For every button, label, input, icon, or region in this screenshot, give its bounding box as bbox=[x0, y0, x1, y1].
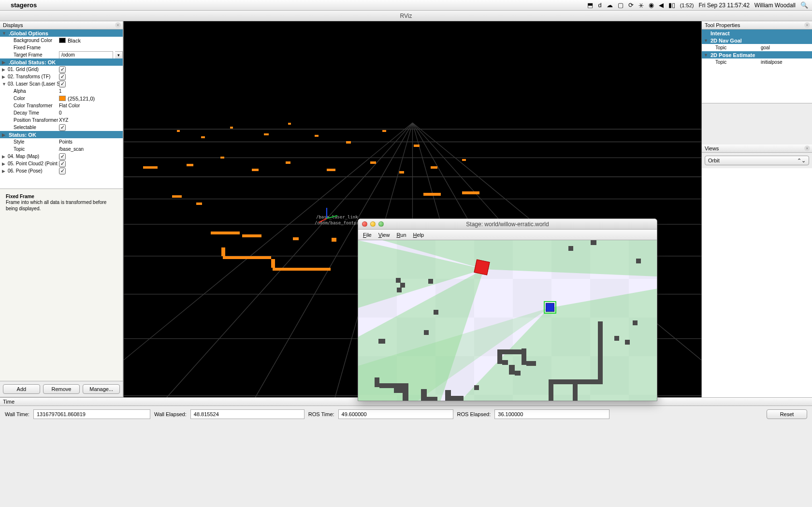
spotlight-icon[interactable]: 🔍 bbox=[800, 1, 808, 9]
color-row[interactable]: Color(255,121,0) bbox=[0, 95, 123, 102]
reset-button[interactable]: Reset bbox=[767, 409, 807, 419]
style-row[interactable]: StylePoints bbox=[0, 138, 123, 145]
laser-row[interactable]: ▼03. Laser Scan (Laser Sc✓ bbox=[0, 80, 123, 87]
wall-elapsed-field[interactable]: 48.815524 bbox=[190, 409, 304, 419]
global-status-label: .Global Status: OK bbox=[9, 59, 56, 65]
map-row[interactable]: ▶04. Map (Map)✓ bbox=[0, 153, 123, 160]
black-swatch bbox=[59, 38, 66, 43]
chat-icon[interactable]: ☁ bbox=[607, 1, 613, 9]
add-button[interactable]: Add bbox=[3, 384, 40, 394]
wall-time-label: Wall Time: bbox=[5, 411, 29, 417]
grid-label: 01. Grid (Grid) bbox=[7, 67, 59, 72]
manage-button[interactable]: Manage... bbox=[83, 384, 120, 394]
close-icon[interactable]: × bbox=[804, 145, 810, 151]
color-value: (255,121,0) bbox=[68, 96, 95, 101]
obstacle bbox=[375, 377, 379, 387]
d-icon[interactable]: d bbox=[598, 1, 601, 9]
style-value: Points bbox=[59, 139, 123, 145]
obstacle bbox=[598, 321, 603, 384]
laser-point bbox=[172, 195, 182, 198]
stage-menubar: File View Run Help bbox=[358, 230, 657, 240]
background-color-row[interactable]: Background ColorBlack bbox=[0, 37, 123, 44]
fixed-frame-row[interactable]: Fixed Frame bbox=[0, 44, 123, 51]
close-icon[interactable]: × bbox=[804, 22, 810, 28]
checkbox-icon[interactable]: ✓ bbox=[59, 160, 66, 167]
global-status-header[interactable]: ▶.Global Status: OK bbox=[0, 58, 123, 66]
user-name[interactable]: William Woodall bbox=[754, 2, 796, 9]
obstacle bbox=[434, 310, 438, 315]
decay-row[interactable]: Decay Time0 bbox=[0, 109, 123, 116]
tf-label: 02. Transforms (TF) bbox=[7, 74, 59, 79]
svg-line-21 bbox=[327, 216, 337, 218]
global-options-header[interactable]: ▼.Global Options bbox=[0, 29, 123, 37]
pc2-label: 05. Point Cloud2 (Point bbox=[7, 161, 59, 166]
ctrans-label: Color Transformer bbox=[7, 103, 59, 108]
wifi-icon[interactable]: ◉ bbox=[649, 1, 654, 9]
view-menu[interactable]: View bbox=[378, 232, 390, 238]
pose-est-header[interactable]: ▼2D Pose Estimate bbox=[702, 51, 812, 58]
target-frame-value[interactable]: /odom bbox=[59, 51, 113, 59]
topic-row[interactable]: Topic/base_scan bbox=[0, 145, 123, 153]
checkbox-icon[interactable]: ✓ bbox=[59, 81, 66, 87]
help-menu[interactable]: Help bbox=[413, 232, 424, 238]
checkbox-icon[interactable]: ✓ bbox=[59, 153, 66, 160]
dropbox-icon[interactable]: ⬒ bbox=[587, 1, 593, 9]
selectable-row[interactable]: Selectable✓ bbox=[0, 124, 123, 131]
wall-time-field[interactable]: 1316797061.860819 bbox=[33, 409, 150, 419]
nav-goal-header[interactable]: ▼2D Nav Goal bbox=[702, 37, 812, 44]
checkbox-icon[interactable]: ✓ bbox=[59, 73, 66, 80]
sync-icon[interactable]: ⟳ bbox=[628, 1, 634, 9]
obstacle bbox=[497, 354, 502, 364]
interact-header[interactable]: Interact bbox=[702, 29, 812, 37]
ptrans-value: XYZ bbox=[59, 117, 123, 123]
robot-red bbox=[474, 259, 490, 275]
laser-point bbox=[288, 123, 291, 125]
displays-tree[interactable]: ▼.Global Options Background ColorBlack F… bbox=[0, 29, 123, 189]
close-icon[interactable]: × bbox=[115, 22, 121, 28]
color-transformer-row[interactable]: Color TransformerFlat Color bbox=[0, 102, 123, 109]
bg-label: Background Color bbox=[7, 38, 59, 43]
obstacle bbox=[451, 396, 464, 401]
stage-titlebar[interactable]: Stage: world/willow-erratic.world bbox=[358, 219, 657, 230]
nav-topic-row[interactable]: Topicgoal bbox=[702, 44, 812, 51]
target-frame-row[interactable]: Target Frame/odom▾ bbox=[0, 51, 123, 58]
pose-topic-row[interactable]: Topicinitialpose bbox=[702, 58, 812, 66]
views-list[interactable] bbox=[702, 168, 812, 397]
display-icon[interactable]: ▢ bbox=[618, 1, 624, 9]
checkbox-icon[interactable]: ✓ bbox=[59, 124, 66, 131]
ctrans-value: Flat Color bbox=[59, 103, 123, 108]
laser-point bbox=[201, 136, 205, 138]
views-select[interactable]: Orbit ⌃⌄ bbox=[705, 156, 809, 165]
laser-point bbox=[399, 171, 404, 174]
tool-properties-tree[interactable]: Interact ▼2D Nav Goal Topicgoal ▼2D Pose… bbox=[702, 29, 812, 103]
pc2-row[interactable]: ▶05. Point Cloud2 (Point✓ bbox=[0, 160, 123, 167]
laser-point bbox=[431, 166, 437, 169]
clock[interactable]: Fri Sep 23 11:57:42 bbox=[698, 2, 749, 9]
alpha-row[interactable]: Alpha1 bbox=[0, 87, 123, 95]
checkbox-icon[interactable]: ✓ bbox=[59, 168, 66, 174]
map-label: 04. Map (Map) bbox=[7, 154, 59, 159]
dropdown-icon[interactable]: ▾ bbox=[115, 51, 123, 59]
time-bar: Wall Time: 1316797061.860819 Wall Elapse… bbox=[0, 406, 812, 422]
app-name[interactable]: stageros bbox=[11, 1, 37, 9]
tf-row[interactable]: ▶02. Transforms (TF)✓ bbox=[0, 73, 123, 80]
decay-value: 0 bbox=[59, 110, 123, 116]
stage-canvas[interactable] bbox=[358, 240, 657, 401]
grid-row[interactable]: ▶01. Grid (Grid)✓ bbox=[0, 66, 123, 73]
laser-cones bbox=[358, 240, 657, 401]
run-menu[interactable]: Run bbox=[396, 232, 406, 238]
position-transformer-row[interactable]: Position TransformerXYZ bbox=[0, 116, 123, 124]
file-menu[interactable]: File bbox=[363, 232, 372, 238]
laser-point bbox=[264, 133, 269, 135]
checkbox-icon[interactable]: ✓ bbox=[59, 66, 66, 73]
ros-time-field[interactable]: 49.600000 bbox=[338, 409, 453, 419]
bluetooth-icon[interactable]: ⚹ bbox=[638, 1, 644, 9]
battery-icon[interactable]: ▮▯ bbox=[668, 1, 675, 9]
stage-window[interactable]: Stage: world/willow-erratic.world File V… bbox=[358, 218, 657, 401]
remove-button[interactable]: Remove bbox=[43, 384, 80, 394]
volume-icon[interactable]: ◀ bbox=[659, 1, 664, 9]
laser-point bbox=[220, 157, 224, 159]
laser-status-header[interactable]: ▶Status: OK bbox=[0, 131, 123, 138]
pose-row[interactable]: ▶06. Pose (Pose)✓ bbox=[0, 167, 123, 174]
ros-elapsed-field[interactable]: 36.100000 bbox=[494, 409, 609, 419]
